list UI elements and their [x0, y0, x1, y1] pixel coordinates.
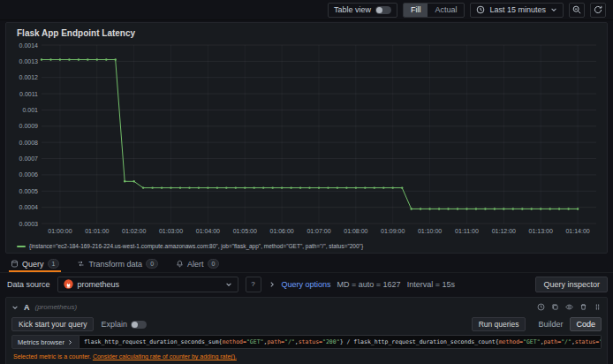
svg-text:0.0004: 0.0004	[19, 204, 39, 210]
latency-chart-svg[interactable]: 0.00030.00040.00050.00060.00070.00080.00…	[13, 40, 600, 241]
warning-hint-link[interactable]: Consider calculating rate of counter by …	[93, 353, 237, 360]
chevron-down-icon[interactable]	[550, 6, 557, 13]
query-options-label: Query options	[282, 280, 331, 289]
svg-text:0.0007: 0.0007	[19, 155, 39, 162]
svg-text:01:14:00: 01:14:00	[565, 228, 589, 234]
svg-text:0.0006: 0.0006	[19, 171, 39, 178]
max-data-points-summary: MD = auto = 1627	[337, 280, 401, 289]
tab-label: Alert	[187, 260, 204, 269]
tab-badge: 1	[48, 259, 60, 269]
svg-text:0.001: 0.001	[22, 107, 38, 113]
clock-icon	[476, 5, 485, 14]
time-range-label: Last 15 minutes	[489, 5, 546, 14]
query-row-actions	[537, 303, 602, 311]
panel-title: Flask App Endpoint Latency	[17, 28, 600, 38]
datasource-name: prometheus	[78, 280, 120, 289]
series-color-dash	[17, 246, 26, 247]
table-view-toggle[interactable]: Table view	[328, 3, 397, 18]
svg-text:01:10:00: 01:10:00	[418, 228, 442, 234]
chevron-down-icon[interactable]	[11, 304, 19, 311]
explain-label: Explain	[101, 320, 127, 329]
query-inspector-button[interactable]: Query inspector	[535, 277, 608, 292]
prometheus-icon	[64, 279, 73, 289]
kick-start-query-button[interactable]: Kick start your query	[11, 317, 94, 331]
eye-icon[interactable]	[565, 303, 573, 311]
svg-text:01:02:00: 01:02:00	[122, 228, 146, 234]
switch-knob	[376, 7, 382, 13]
svg-text:0.0003: 0.0003	[19, 221, 39, 227]
svg-text:01:08:00: 01:08:00	[344, 228, 367, 234]
zoom-out-button[interactable]	[569, 3, 585, 18]
query-expression[interactable]: flask_http_request_duration_seconds_sum{…	[79, 335, 602, 349]
explain-toggle[interactable]: Explain	[101, 320, 147, 329]
warning-text: Selected metric is a counter.	[13, 353, 91, 360]
legend-item[interactable]: {instance="ec2-184-169-216-224.us-west-1…	[13, 241, 600, 251]
datasource-picker[interactable]: prometheus	[57, 277, 238, 292]
svg-text:01:04:00: 01:04:00	[196, 228, 220, 234]
svg-text:0.0012: 0.0012	[19, 74, 39, 80]
chevron-down-icon[interactable]	[225, 281, 232, 288]
svg-text:01:12:00: 01:12:00	[492, 228, 516, 234]
svg-text:01:01:00: 01:01:00	[85, 228, 109, 234]
query-options-toggle[interactable]: Query options MD = auto = 1627 Interval …	[269, 280, 455, 289]
builder-mode-option[interactable]: Builder	[533, 317, 568, 331]
tab-alert[interactable]: Alert 0	[174, 255, 221, 272]
code-mode-option[interactable]: Code	[570, 317, 602, 331]
metrics-browser-button[interactable]: Metrics browser	[11, 335, 79, 349]
query-row-card: A (prometheus) Kick start your query Exp…	[5, 297, 608, 364]
duplicate-icon[interactable]	[551, 303, 559, 311]
query-row-header[interactable]: A (prometheus)	[11, 301, 602, 313]
tab-label: Transform data	[88, 260, 142, 269]
datasource-label: Data source	[5, 280, 50, 289]
panel-editor-topbar: Table view Fill Actual Last 15 minutes	[0, 0, 613, 20]
question-mark-icon: ?	[251, 280, 254, 288]
refresh-icon	[594, 5, 602, 14]
svg-text:0.0008: 0.0008	[19, 140, 39, 146]
table-view-label: Table view	[334, 5, 371, 14]
tab-label: Query	[22, 260, 44, 269]
svg-text:01:09:00: 01:09:00	[381, 228, 405, 234]
svg-text:01:11:00: 01:11:00	[455, 228, 479, 234]
drag-handle[interactable]	[594, 303, 602, 311]
tab-transform-data[interactable]: Transform data 0	[75, 255, 160, 272]
query-datasource-hint: (prometheus)	[35, 303, 78, 311]
promql-editor-row: Metrics browser flask_http_request_durat…	[11, 335, 602, 349]
query-ref-id: A	[24, 303, 30, 312]
actual-button[interactable]: Actual	[428, 4, 464, 17]
svg-text:01:03:00: 01:03:00	[159, 228, 183, 234]
svg-text:01:06:00: 01:06:00	[270, 228, 294, 234]
tab-query[interactable]: Query 1	[9, 255, 61, 272]
query-toolbar-right: Run queries Builder Code	[472, 317, 602, 331]
explain-switch[interactable]	[131, 321, 147, 329]
trash-icon[interactable]	[579, 303, 587, 311]
table-view-switch[interactable]	[375, 6, 391, 14]
svg-text:01:00:00: 01:00:00	[48, 228, 72, 234]
fill-button[interactable]: Fill	[404, 4, 428, 17]
query-toolbar: Kick start your query Explain Run querie…	[11, 317, 602, 331]
refresh-button[interactable]	[590, 3, 606, 18]
svg-text:0.0011: 0.0011	[19, 91, 38, 97]
fit-mode-group: Fill Actual	[403, 3, 465, 18]
editor-tabs: Query 1 Transform data 0 Alert 0	[0, 255, 613, 273]
interval-summary: Interval = 15s	[407, 280, 455, 289]
svg-text:01:05:00: 01:05:00	[233, 228, 257, 234]
database-icon	[11, 260, 19, 268]
chevron-right-icon	[269, 281, 276, 288]
metrics-browser-label: Metrics browser	[18, 338, 64, 346]
svg-text:0.0014: 0.0014	[19, 42, 39, 49]
tab-badge: 0	[146, 259, 158, 269]
transform-icon	[77, 260, 85, 268]
run-queries-button[interactable]: Run queries	[472, 317, 526, 331]
switch-knob	[132, 322, 138, 328]
editor-mode-switch: Builder Code	[533, 317, 602, 331]
time-range-picker[interactable]: Last 15 minutes	[470, 3, 564, 18]
query-options-row[interactable]: Options Legend: Auto Format: Time series…	[11, 360, 602, 364]
datasource-bar: Data source prometheus ? Query options M…	[0, 273, 613, 295]
history-icon[interactable]	[537, 303, 545, 311]
tab-badge: 0	[208, 259, 220, 269]
magnifier-minus-icon	[572, 5, 581, 14]
svg-text:01:13:00: 01:13:00	[529, 228, 553, 234]
datasource-help-button[interactable]: ?	[246, 277, 261, 292]
svg-text:0.0009: 0.0009	[19, 123, 39, 129]
svg-text:0.0005: 0.0005	[19, 188, 39, 194]
